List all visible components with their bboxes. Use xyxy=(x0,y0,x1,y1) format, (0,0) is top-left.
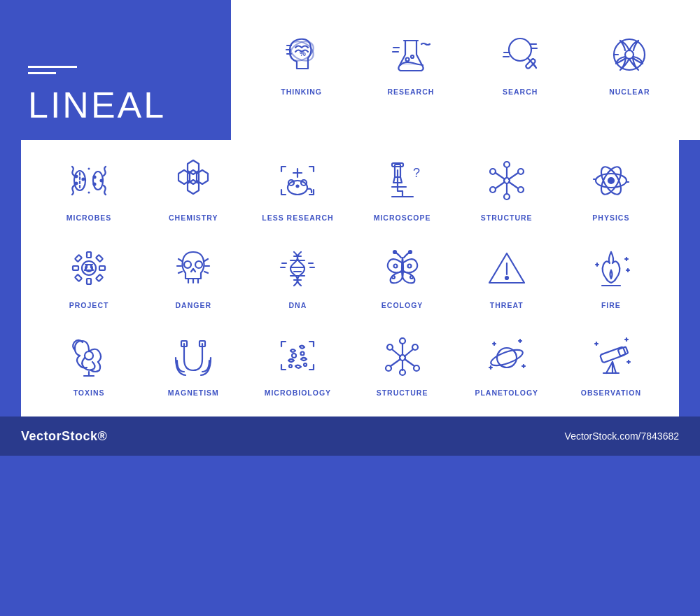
svg-point-24 xyxy=(76,176,78,178)
svg-text:%: % xyxy=(300,50,306,57)
svg-point-135 xyxy=(386,365,391,371)
icon-dna: DNA xyxy=(247,231,348,315)
icon-ecology: ECOLOGY xyxy=(352,231,453,315)
top-icons-area: % THINKING xyxy=(231,0,700,140)
svg-point-137 xyxy=(387,344,393,350)
svg-point-116 xyxy=(85,351,93,360)
brand-title: LINEAL xyxy=(28,84,166,126)
svg-rect-18 xyxy=(525,58,536,69)
svg-point-123 xyxy=(289,365,292,368)
svg-line-88 xyxy=(204,259,208,261)
icon-research: RESEARCH xyxy=(358,18,463,102)
svg-point-129 xyxy=(412,344,418,350)
svg-point-52 xyxy=(518,169,524,174)
icon-search: SEARCH xyxy=(468,18,573,102)
svg-rect-78 xyxy=(96,274,103,281)
icon-nuclear: NUCLEAR xyxy=(577,18,682,102)
svg-line-62 xyxy=(496,173,505,179)
svg-line-130 xyxy=(405,359,414,366)
svg-point-104 xyxy=(407,265,411,268)
svg-point-69 xyxy=(82,261,96,275)
threat-label: THREAT xyxy=(490,301,524,309)
svg-point-106 xyxy=(410,276,413,279)
svg-point-63 xyxy=(608,178,614,183)
chemistry-label: CHEMISTRY xyxy=(169,214,218,222)
microscope-label: MICROSCOPE xyxy=(374,214,431,222)
svg-text:?: ? xyxy=(413,166,420,180)
svg-point-105 xyxy=(392,276,395,279)
icon-project: PROJECT xyxy=(38,231,139,315)
svg-point-7 xyxy=(405,58,409,62)
svg-point-121 xyxy=(292,354,296,358)
structure-label: STRUCTURE xyxy=(481,214,533,222)
icon-thinking: % THINKING xyxy=(248,18,354,102)
svg-line-58 xyxy=(509,173,518,179)
line-long xyxy=(28,66,77,68)
icon-planetology: PLANETOLOGY xyxy=(456,318,557,402)
icon-fire: FIRE xyxy=(561,231,662,315)
row3: PROJECT xyxy=(38,231,662,315)
svg-point-122 xyxy=(301,352,304,356)
svg-line-13 xyxy=(534,65,536,68)
page-container: LINEAL % xyxy=(0,0,700,616)
svg-marker-34 xyxy=(188,160,199,174)
fire-label: FIRE xyxy=(601,301,621,309)
icon-microbes: MICROBES xyxy=(38,144,139,227)
main-content: MICROBES CHEMISTRY xyxy=(21,140,679,416)
vectorstock-logo: VectorStock® xyxy=(21,429,107,444)
icon-less-research: LESS RESEARCH xyxy=(247,144,348,227)
svg-point-32 xyxy=(88,192,90,194)
svg-point-8 xyxy=(411,55,414,58)
project-label: PROJECT xyxy=(69,301,109,309)
icon-structure2: STRUCTURE xyxy=(352,318,453,402)
svg-point-124 xyxy=(304,363,307,366)
svg-point-31 xyxy=(88,168,90,170)
row4: TOXINS MAGNETISM xyxy=(38,318,662,402)
vectorstock-url: VectorStock.com/7843682 xyxy=(565,430,679,442)
svg-point-51 xyxy=(504,162,510,167)
line-short xyxy=(28,72,56,74)
icon-chemistry: CHEMISTRY xyxy=(143,144,244,227)
svg-line-128 xyxy=(405,349,413,356)
svg-line-90 xyxy=(204,272,208,273)
search-label: SEARCH xyxy=(503,88,538,96)
observation-label: OBSERVATION xyxy=(581,388,641,397)
svg-rect-71 xyxy=(87,252,91,258)
icon-structure: STRUCTURE xyxy=(456,144,557,227)
svg-point-81 xyxy=(195,261,202,268)
danger-label: DANGER xyxy=(175,301,211,309)
nuclear-label: NUCLEAR xyxy=(609,88,650,96)
icon-threat: THREAT xyxy=(456,231,557,315)
row2: MICROBES CHEMISTRY xyxy=(38,144,662,227)
svg-point-102 xyxy=(409,251,412,253)
svg-point-25 xyxy=(83,178,85,181)
svg-point-29 xyxy=(101,180,103,182)
svg-point-139 xyxy=(489,346,524,368)
thinking-label: THINKING xyxy=(281,88,322,96)
microbiology-label: MICROBIOLOGY xyxy=(265,388,331,397)
dna-label: DNA xyxy=(289,301,307,309)
svg-line-87 xyxy=(178,272,182,273)
svg-line-59 xyxy=(509,182,518,188)
svg-point-53 xyxy=(518,187,524,192)
svg-point-55 xyxy=(490,187,496,192)
svg-point-127 xyxy=(400,338,405,344)
svg-point-56 xyxy=(490,169,496,174)
planetology-label: PLANETOLOGY xyxy=(475,388,538,397)
top-icons-row: % THINKING xyxy=(248,18,682,102)
bottom-bar: VectorStock® VectorStock.com/7843682 xyxy=(0,416,700,456)
svg-line-61 xyxy=(496,182,505,188)
decorative-lines xyxy=(28,66,77,74)
svg-point-108 xyxy=(505,276,508,279)
icon-microscope: ? MICROSCOPE xyxy=(352,144,453,227)
magnetism-label: MAGNETISM xyxy=(168,388,219,397)
svg-rect-74 xyxy=(99,266,105,270)
svg-point-131 xyxy=(414,365,419,371)
svg-line-134 xyxy=(391,359,400,366)
brand-header: LINEAL xyxy=(0,0,231,140)
svg-point-54 xyxy=(504,194,510,200)
less-research-label: LESS RESEARCH xyxy=(262,214,333,222)
svg-line-136 xyxy=(392,349,400,356)
physics-label: PHYSICS xyxy=(592,214,629,222)
svg-point-26 xyxy=(76,183,78,185)
